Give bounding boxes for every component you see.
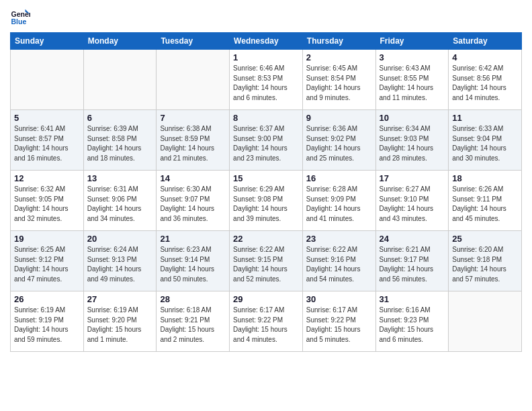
day-info: Sunrise: 6:22 AM Sunset: 9:16 PM Dayligh… xyxy=(306,245,372,284)
day-cell: 5Sunrise: 6:41 AM Sunset: 8:57 PM Daylig… xyxy=(11,110,84,171)
page: General Blue SundayMondayTuesdayWednesda… xyxy=(0,0,532,362)
day-number: 10 xyxy=(380,113,445,123)
logo: General Blue xyxy=(10,7,33,27)
day-info: Sunrise: 6:43 AM Sunset: 8:55 PM Dayligh… xyxy=(380,64,445,103)
day-number: 4 xyxy=(452,52,518,62)
day-info: Sunrise: 6:32 AM Sunset: 9:05 PM Dayligh… xyxy=(14,185,80,224)
day-number: 26 xyxy=(14,294,80,304)
day-info: Sunrise: 6:19 AM Sunset: 9:20 PM Dayligh… xyxy=(87,306,153,345)
day-cell: 19Sunrise: 6:25 AM Sunset: 9:12 PM Dayli… xyxy=(11,231,84,291)
day-cell: 13Sunrise: 6:31 AM Sunset: 9:06 PM Dayli… xyxy=(83,171,157,231)
day-info: Sunrise: 6:33 AM Sunset: 9:04 PM Dayligh… xyxy=(452,124,518,163)
day-number: 7 xyxy=(160,113,226,123)
empty-cell xyxy=(449,291,522,352)
day-number: 30 xyxy=(306,294,372,304)
day-number: 13 xyxy=(87,173,153,183)
day-number: 22 xyxy=(233,234,299,244)
day-cell: 2Sunrise: 6:45 AM Sunset: 8:54 PM Daylig… xyxy=(302,50,375,110)
day-cell: 26Sunrise: 6:19 AM Sunset: 9:19 PM Dayli… xyxy=(11,291,84,352)
empty-cell xyxy=(83,50,157,110)
day-info: Sunrise: 6:23 AM Sunset: 9:14 PM Dayligh… xyxy=(160,245,226,284)
weekday-header: Wednesday xyxy=(230,33,303,50)
day-info: Sunrise: 6:42 AM Sunset: 8:56 PM Dayligh… xyxy=(452,64,518,103)
day-cell: 8Sunrise: 6:37 AM Sunset: 9:00 PM Daylig… xyxy=(230,110,303,171)
day-info: Sunrise: 6:38 AM Sunset: 8:59 PM Dayligh… xyxy=(160,124,226,163)
weekday-header: Thursday xyxy=(302,33,375,50)
day-cell: 4Sunrise: 6:42 AM Sunset: 8:56 PM Daylig… xyxy=(449,50,522,110)
day-cell: 20Sunrise: 6:24 AM Sunset: 9:13 PM Dayli… xyxy=(83,231,157,291)
day-number: 17 xyxy=(380,173,445,183)
day-info: Sunrise: 6:39 AM Sunset: 8:58 PM Dayligh… xyxy=(87,124,153,163)
day-info: Sunrise: 6:21 AM Sunset: 9:17 PM Dayligh… xyxy=(380,245,445,284)
day-info: Sunrise: 6:37 AM Sunset: 9:00 PM Dayligh… xyxy=(233,124,299,163)
day-cell: 28Sunrise: 6:18 AM Sunset: 9:21 PM Dayli… xyxy=(157,291,230,352)
day-info: Sunrise: 6:24 AM Sunset: 9:13 PM Dayligh… xyxy=(87,245,153,284)
day-cell: 22Sunrise: 6:22 AM Sunset: 9:15 PM Dayli… xyxy=(230,231,303,291)
day-info: Sunrise: 6:36 AM Sunset: 9:02 PM Dayligh… xyxy=(306,124,372,163)
day-number: 27 xyxy=(87,294,153,304)
day-info: Sunrise: 6:41 AM Sunset: 8:57 PM Dayligh… xyxy=(14,124,80,163)
empty-cell xyxy=(157,50,230,110)
day-info: Sunrise: 6:29 AM Sunset: 9:08 PM Dayligh… xyxy=(233,185,299,224)
day-info: Sunrise: 6:31 AM Sunset: 9:06 PM Dayligh… xyxy=(87,185,153,224)
day-cell: 7Sunrise: 6:38 AM Sunset: 8:59 PM Daylig… xyxy=(157,110,230,171)
day-cell: 9Sunrise: 6:36 AM Sunset: 9:02 PM Daylig… xyxy=(302,110,375,171)
day-number: 18 xyxy=(452,173,518,183)
day-cell: 25Sunrise: 6:20 AM Sunset: 9:18 PM Dayli… xyxy=(449,231,522,291)
day-number: 15 xyxy=(233,173,299,183)
day-cell: 17Sunrise: 6:27 AM Sunset: 9:10 PM Dayli… xyxy=(375,171,449,231)
day-number: 25 xyxy=(452,234,518,244)
logo-icon: General Blue xyxy=(10,7,30,27)
svg-text:Blue: Blue xyxy=(11,17,27,26)
day-cell: 1Sunrise: 6:46 AM Sunset: 8:53 PM Daylig… xyxy=(230,50,303,110)
day-cell: 11Sunrise: 6:33 AM Sunset: 9:04 PM Dayli… xyxy=(449,110,522,171)
day-info: Sunrise: 6:17 AM Sunset: 9:22 PM Dayligh… xyxy=(306,306,372,345)
day-info: Sunrise: 6:26 AM Sunset: 9:11 PM Dayligh… xyxy=(452,185,518,224)
calendar-table: SundayMondayTuesdayWednesdayThursdayFrid… xyxy=(10,32,522,352)
day-info: Sunrise: 6:20 AM Sunset: 9:18 PM Dayligh… xyxy=(452,245,518,284)
day-cell: 10Sunrise: 6:34 AM Sunset: 9:03 PM Dayli… xyxy=(375,110,449,171)
day-number: 16 xyxy=(306,173,372,183)
header: General Blue xyxy=(10,7,522,27)
day-number: 1 xyxy=(233,52,299,62)
day-number: 9 xyxy=(306,113,372,123)
day-info: Sunrise: 6:25 AM Sunset: 9:12 PM Dayligh… xyxy=(14,245,80,284)
day-info: Sunrise: 6:22 AM Sunset: 9:15 PM Dayligh… xyxy=(233,245,299,284)
day-info: Sunrise: 6:34 AM Sunset: 9:03 PM Dayligh… xyxy=(380,124,445,163)
day-cell: 23Sunrise: 6:22 AM Sunset: 9:16 PM Dayli… xyxy=(302,231,375,291)
day-cell: 29Sunrise: 6:17 AM Sunset: 9:22 PM Dayli… xyxy=(230,291,303,352)
day-cell: 12Sunrise: 6:32 AM Sunset: 9:05 PM Dayli… xyxy=(11,171,84,231)
day-info: Sunrise: 6:30 AM Sunset: 9:07 PM Dayligh… xyxy=(160,185,226,224)
day-info: Sunrise: 6:18 AM Sunset: 9:21 PM Dayligh… xyxy=(160,306,226,345)
day-info: Sunrise: 6:45 AM Sunset: 8:54 PM Dayligh… xyxy=(306,64,372,103)
day-number: 2 xyxy=(306,52,372,62)
day-cell: 24Sunrise: 6:21 AM Sunset: 9:17 PM Dayli… xyxy=(375,231,449,291)
day-number: 3 xyxy=(380,52,445,62)
weekday-header: Monday xyxy=(83,33,157,50)
weekday-header: Sunday xyxy=(11,33,84,50)
day-cell: 16Sunrise: 6:28 AM Sunset: 9:09 PM Dayli… xyxy=(302,171,375,231)
day-info: Sunrise: 6:17 AM Sunset: 9:22 PM Dayligh… xyxy=(233,306,299,345)
weekday-header: Saturday xyxy=(449,33,522,50)
day-cell: 14Sunrise: 6:30 AM Sunset: 9:07 PM Dayli… xyxy=(157,171,230,231)
day-cell: 21Sunrise: 6:23 AM Sunset: 9:14 PM Dayli… xyxy=(157,231,230,291)
day-number: 29 xyxy=(233,294,299,304)
day-number: 19 xyxy=(14,234,80,244)
day-info: Sunrise: 6:28 AM Sunset: 9:09 PM Dayligh… xyxy=(306,185,372,224)
day-number: 5 xyxy=(14,113,80,123)
weekday-header: Tuesday xyxy=(157,33,230,50)
day-number: 20 xyxy=(87,234,153,244)
day-cell: 15Sunrise: 6:29 AM Sunset: 9:08 PM Dayli… xyxy=(230,171,303,231)
day-cell: 30Sunrise: 6:17 AM Sunset: 9:22 PM Dayli… xyxy=(302,291,375,352)
day-number: 6 xyxy=(87,113,153,123)
day-number: 21 xyxy=(160,234,226,244)
day-info: Sunrise: 6:27 AM Sunset: 9:10 PM Dayligh… xyxy=(380,185,445,224)
day-info: Sunrise: 6:16 AM Sunset: 9:23 PM Dayligh… xyxy=(380,306,445,345)
day-info: Sunrise: 6:46 AM Sunset: 8:53 PM Dayligh… xyxy=(233,64,299,103)
day-number: 11 xyxy=(452,113,518,123)
day-number: 12 xyxy=(14,173,80,183)
weekday-header: Friday xyxy=(375,33,449,50)
day-cell: 6Sunrise: 6:39 AM Sunset: 8:58 PM Daylig… xyxy=(83,110,157,171)
day-number: 8 xyxy=(233,113,299,123)
day-number: 14 xyxy=(160,173,226,183)
